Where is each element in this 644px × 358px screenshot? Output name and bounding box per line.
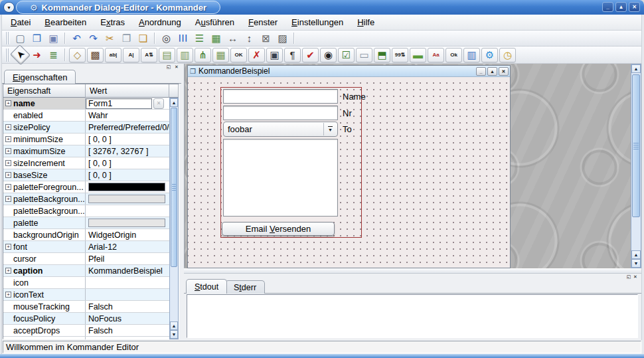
menu-datei[interactable]: Datei [5,16,37,29]
layout-horizontal-splitter-icon[interactable]: ↔ [225,31,240,45]
layout-grid-icon[interactable]: ▦ [208,31,224,45]
table-row-icon[interactable]: +icon [3,277,169,289]
adjust-size-icon[interactable]: ▨ [275,31,290,45]
check-list-icon[interactable]: ☑ [338,48,355,62]
table-row-palettebackground[interactable]: +paletteBackgroun... [3,193,169,205]
progress-bar-icon[interactable]: ▥ [463,48,480,62]
pointer-icon[interactable]: ➤ [10,45,31,65]
property-scrollbar[interactable]: ▲ ▲ ▼ [169,98,179,339]
color-swatch[interactable] [88,183,165,191]
nr-lineedit[interactable] [223,106,338,120]
message-textedit[interactable] [223,139,338,217]
table-row-backgroundorigin[interactable]: +backgroundOrigin WidgetOrigin [3,229,169,241]
title-capsule[interactable]: ⚙ Kommander Dialog-Editor - Kommander [16,1,220,14]
dock-close-icon[interactable]: ✕ [173,64,180,70]
paste-icon[interactable]: ❏ [135,31,151,45]
expand-icon[interactable]: + [5,148,11,154]
break-layout-icon[interactable]: ⊠ [258,31,274,45]
menu-bearbeiten[interactable]: Bearbeiten [39,16,92,29]
new-file-icon[interactable]: ▢ [13,31,28,45]
expand-icon[interactable]: + [5,184,11,190]
to-label[interactable]: To [340,122,362,136]
pixmap-label-icon[interactable]: ▩ [87,48,104,62]
table-row-name[interactable]: +name Form1 ✕ [3,98,169,110]
combobox-arrow-button[interactable]: ▼ [323,123,337,135]
layout-vertical-splitter-icon[interactable]: ↕ [242,31,257,45]
table-row-acceptdrops[interactable]: +acceptDrops Falsch [3,325,169,337]
table-row-mousetracking[interactable]: +mouseTracking Falsch [3,301,169,313]
tree-widget-icon[interactable]: ⋔ [195,48,211,62]
toolbar-handle[interactable] [5,32,10,44]
nr-label[interactable]: Nr [340,106,362,120]
save-icon[interactable]: ▣ [46,31,61,45]
tab-stdout[interactable]: Stdout [186,279,227,294]
expand-icon[interactable]: + [5,244,11,250]
scroll-up-icon[interactable]: ▲ [631,250,641,259]
table-row-focuspolicy[interactable]: +focusPolicy NoFocus [3,313,169,325]
expand-icon[interactable]: + [5,160,11,166]
stdout-output-area[interactable] [187,294,638,338]
form-selection-frame[interactable]: Name Nr foobar ▼ To Email Versenden [220,87,362,238]
konsole-icon[interactable]: ▣ [266,48,283,62]
copy-icon[interactable]: ❐ [119,31,134,45]
table-row-cursor[interactable]: +cursor Pfeil [3,253,169,265]
table-row-font[interactable]: +font Arial-12 [3,241,169,253]
table-row-paletteforeground[interactable]: +paletteForegroun... [3,181,169,193]
output-splitter[interactable] [184,268,641,274]
workspace-scrollbar[interactable]: ▲ ▲ ▼ [631,64,641,268]
frame-icon[interactable]: ▭ [356,48,372,62]
table-row-caption[interactable]: +caption KommanderBeispiel [3,265,169,277]
radio-button-icon[interactable]: ◉ [320,48,337,62]
menu-ausfuehren[interactable]: Ausführen [189,16,240,29]
tab-order-icon[interactable]: ≣ [46,48,61,62]
menu-fenster[interactable]: Fenster [242,16,283,29]
close-button[interactable]: ✕ [629,2,640,12]
table-icon[interactable]: ▦ [212,48,229,62]
slider-icon[interactable]: ▬ [410,48,426,62]
scroll-up-icon[interactable]: ▲ [170,98,178,107]
expand-icon[interactable]: + [5,292,11,298]
undo-icon[interactable]: ↶ [69,31,84,45]
expand-icon[interactable]: + [5,196,11,202]
title-bar[interactable]: ▼ ⚙ Kommander Dialog-Editor - Kommander … [0,0,644,15]
name-label[interactable]: Name [340,89,362,104]
listbox-icon[interactable]: ▤ [159,48,175,62]
scrollbar-thumb[interactable] [171,108,177,267]
expand-icon[interactable]: + [5,268,11,274]
table-row-palette[interactable]: +palette [3,217,169,229]
palette-swatch[interactable] [88,219,165,227]
tab-eigenschaften[interactable]: Eigenschaften [4,70,76,84]
close-button-icon[interactable]: ✗ [248,48,265,62]
child-close-button[interactable]: ✕ [499,67,509,76]
name-value-editor[interactable]: Form1 [86,98,152,109]
maximize-button[interactable]: ▲ [615,2,627,12]
name-lineedit[interactable] [223,89,338,104]
expand-icon[interactable]: + [5,100,11,106]
group-box-icon[interactable]: ⬒ [374,48,390,62]
listview-icon[interactable]: ▥ [177,48,193,62]
email-versenden-button[interactable]: Email Versenden [222,222,335,236]
ok-button-icon[interactable]: OK [230,48,247,62]
child-minimize-button[interactable]: _ [476,67,486,76]
tab-stderr[interactable]: Stderr [225,280,265,294]
menu-einstellungen[interactable]: Einstellungen [285,16,349,29]
text-edit-icon[interactable]: ¶ [284,48,301,62]
layout-vertical-icon[interactable]: ☰ [192,31,207,45]
table-row-maximumsize[interactable]: +maximumSize [ 32767, 32767 ] [3,145,169,157]
color-swatch[interactable] [88,195,165,203]
scroll-down-icon[interactable]: ▼ [170,330,178,339]
column-header-wert[interactable]: Wert [86,84,169,98]
expand-icon[interactable]: + [5,124,11,130]
property-reset-button[interactable]: ✕ [153,98,164,109]
checkbox-icon[interactable]: ✔ [302,48,319,62]
menu-extras[interactable]: Extras [94,16,131,29]
form-design-canvas[interactable]: Name Nr foobar ▼ To Email Versenden [188,77,510,268]
scrollbar-thumb[interactable] [632,74,640,217]
script-gear-icon[interactable]: ⚙ [481,48,498,62]
timer-icon[interactable]: ◷ [499,48,516,62]
redo-icon[interactable]: ↷ [86,31,101,45]
toolbar-handle[interactable] [5,48,10,62]
table-row-palettebackground-pixmap[interactable]: +paletteBackgroun... [3,205,169,217]
label-icon[interactable]: ◇ [69,48,86,62]
cut-icon[interactable]: ✂ [102,31,118,45]
